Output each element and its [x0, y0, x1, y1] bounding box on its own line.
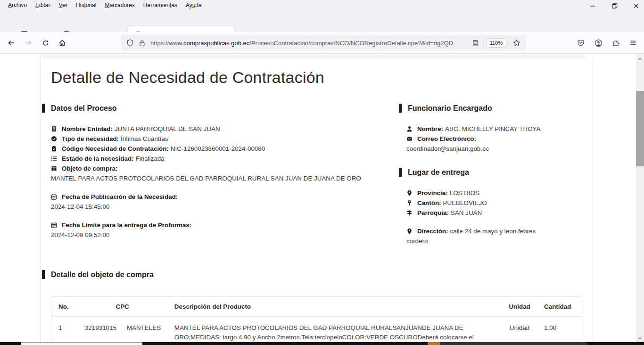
section-accent-bar [42, 104, 45, 113]
taskbar-segment [21, 342, 142, 345]
check-circle-icon [51, 136, 57, 142]
list-item: Objeto de compra: [51, 164, 391, 173]
section-accent-bar [399, 104, 402, 113]
section-title: Datos del Proceso [51, 104, 117, 113]
tracking-shield-icon[interactable] [126, 39, 134, 47]
home-button[interactable] [55, 35, 70, 50]
list-item: Código Necesidad de Contratación:NIC-126… [51, 144, 391, 154]
fecha-limite-value: 2024-12-09 09:52:00 [51, 230, 391, 240]
section-detalle-objeto-compra: Detalle del objeto de compra No. CPC Des… [42, 270, 586, 342]
col-descripcion: Descripción del Producto [167, 296, 502, 317]
taskbar-accent-segment [428, 342, 440, 345]
extensions-puzzle-icon [612, 39, 619, 47]
reader-mode-icon [472, 40, 479, 47]
table-header-row: No. CPC Descripción del Producto Unidad … [51, 296, 581, 317]
fecha-publicacion-value: 2024-12-04 15:45:00 [51, 202, 391, 212]
reload-button[interactable] [38, 35, 53, 50]
account-icon [594, 39, 603, 47]
menu-ver[interactable]: Ver [54, 0, 72, 10]
menu-archivo[interactable]: Archivo [4, 0, 31, 10]
calendar-icon [51, 194, 57, 200]
forward-button[interactable] [21, 35, 36, 50]
products-table: No. CPC Descripción del Producto Unidad … [51, 296, 581, 342]
correo-value: coordinador@sanjuan.gob.ec [406, 144, 594, 154]
scroll-down-button[interactable] [636, 334, 644, 342]
tab-bar: Google Necesidades de Contratación y [0, 10, 644, 32]
objeto-de-compra-value: MANTEL PARA ACTOS PROTOCOLARIOS DEL GAD … [51, 173, 391, 183]
list-item: Cantón:PUEBLOVIEJO [406, 198, 594, 208]
restore-icon [611, 2, 618, 9]
list-item: Fecha de Publicación de la Necesidad: [51, 192, 391, 202]
list-item: Provincia:LOS RIOS [406, 188, 594, 198]
vertical-scrollbar[interactable] [636, 54, 644, 342]
page-header-band [42, 54, 585, 58]
list-item: Dirección:calle 24 de mayo y leon febres… [406, 226, 548, 246]
building-icon [51, 126, 57, 132]
home-icon [58, 39, 66, 47]
scroll-up-button[interactable] [636, 55, 644, 63]
lock-icon[interactable] [139, 40, 146, 47]
section-datos-del-proceso: Datos del Proceso Nombre Entidad:JUNTA P… [42, 104, 391, 240]
section-accent-bar [42, 270, 45, 279]
section-title: Lugar de entrega [408, 168, 469, 177]
list-icon [51, 156, 57, 162]
section-title: Funcionario Encargado [408, 104, 492, 113]
list-item: Fecha Límite para la entrega de Proforma… [51, 220, 391, 230]
account-button[interactable] [591, 35, 606, 50]
user-icon [406, 126, 413, 132]
menu-ayuda[interactable]: Ayuda [182, 0, 206, 10]
url-bar[interactable]: https://www.compraspublicas.gob.ec/Proce… [121, 35, 526, 50]
star-icon [513, 39, 520, 47]
taskbar-segment [440, 342, 587, 345]
bookmark-star-button[interactable] [511, 37, 522, 49]
table-icon [51, 165, 57, 172]
restore-button[interactable] [611, 2, 618, 9]
forward-icon [25, 39, 32, 47]
list-item: Nombre Entidad:JUNTA PARROQUIAL DE SAN J… [51, 124, 391, 134]
app-menu-button[interactable] [626, 35, 641, 50]
map-marker-icon [406, 190, 413, 196]
navigation-toolbar: https://www.compraspublicas.gob.ec/Proce… [0, 32, 644, 54]
menu-editar[interactable]: Editar [31, 0, 54, 10]
hamburger-menu-icon [629, 39, 637, 47]
back-button[interactable] [4, 35, 19, 50]
cell-unit: Unidad [502, 317, 537, 342]
envelope-icon [406, 136, 413, 142]
section-accent-bar [399, 168, 402, 177]
scrollbar-thumb[interactable] [636, 91, 644, 166]
zoom-indicator[interactable]: 110% [486, 38, 506, 48]
menu-herramientas[interactable]: Herramientas [139, 0, 182, 10]
url-text[interactable]: https://www.compraspublicas.gob.ec/Proce… [150, 40, 470, 47]
minimize-icon [589, 2, 596, 9]
page-container: Detalle de Necesidad de Contratación Dat… [41, 54, 593, 342]
extensions-button[interactable] [608, 35, 623, 50]
menu-marcadores[interactable]: Marcadores [100, 0, 139, 10]
window-close-icon [633, 2, 640, 9]
cell-product: MANTELES [120, 317, 167, 342]
section-funcionario-encargado: Funcionario Encargado Nombre:ABG. MICHEL… [399, 104, 594, 154]
close-window-button[interactable] [633, 2, 640, 9]
list-item: Correo Electrónico: [406, 134, 594, 144]
pocket-button[interactable] [573, 35, 588, 50]
col-no: No. [51, 296, 78, 317]
scroll-up-icon [637, 57, 643, 62]
col-cpc: CPC [78, 296, 167, 317]
reader-mode-button[interactable] [470, 37, 481, 49]
cell-no: 1 [51, 317, 78, 342]
list-item: Tipo de necesidad:Ínfimas Cuantías [51, 134, 391, 144]
map-marker-icon [406, 228, 413, 234]
window-controls [589, 2, 640, 9]
page-title: Detalle de Necesidad de Contratación [51, 68, 324, 87]
cell-description: MANTEL PARA ACTOS PROTOCOLARIOS DEL GAD … [167, 317, 502, 342]
scroll-down-icon [637, 336, 643, 341]
map-signs-icon [406, 210, 413, 216]
clipboard-check-icon [51, 146, 57, 152]
taskbar-sliver [0, 342, 644, 345]
calendar-icon [51, 222, 57, 228]
pocket-icon [577, 39, 585, 47]
list-item: Estado de la necesidad:Finalizada [51, 154, 391, 164]
reload-icon [42, 40, 49, 47]
url-fade-overlay [453, 40, 470, 47]
menu-historial[interactable]: Historial [72, 0, 100, 10]
minimize-button[interactable] [589, 2, 596, 9]
